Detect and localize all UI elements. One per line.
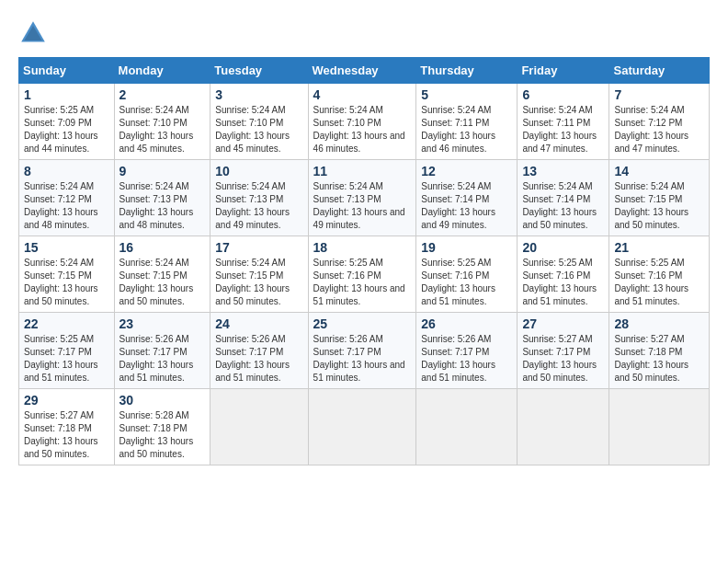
day-cell: 9 Sunrise: 5:24 AM Sunset: 7:13 PM Dayli… — [114, 160, 210, 236]
day-info: Sunrise: 5:27 AM Sunset: 7:17 PM Dayligh… — [522, 333, 604, 385]
day-cell: 16 Sunrise: 5:24 AM Sunset: 7:15 PM Dayl… — [114, 236, 210, 313]
day-number: 21 — [614, 240, 704, 255]
day-cell: 30 Sunrise: 5:28 AM Sunset: 7:18 PM Dayl… — [114, 389, 210, 465]
calendar-table: SundayMondayTuesdayWednesdayThursdayFrid… — [18, 57, 710, 465]
day-cell: 26 Sunrise: 5:26 AM Sunset: 7:17 PM Dayl… — [416, 313, 518, 389]
week-row-5: 29 Sunrise: 5:27 AM Sunset: 7:18 PM Dayl… — [19, 389, 710, 465]
day-cell: 7 Sunrise: 5:24 AM Sunset: 7:12 PM Dayli… — [609, 84, 710, 160]
day-info: Sunrise: 5:24 AM Sunset: 7:14 PM Dayligh… — [522, 180, 604, 232]
day-number: 30 — [119, 393, 206, 408]
day-info: Sunrise: 5:27 AM Sunset: 7:18 PM Dayligh… — [24, 409, 109, 461]
day-cell: 17 Sunrise: 5:24 AM Sunset: 7:15 PM Dayl… — [210, 236, 308, 313]
page-header — [18, 18, 710, 48]
day-cell — [518, 389, 609, 465]
header-row: SundayMondayTuesdayWednesdayThursdayFrid… — [19, 58, 710, 84]
day-cell: 15 Sunrise: 5:24 AM Sunset: 7:15 PM Dayl… — [19, 236, 115, 313]
day-number: 29 — [24, 393, 109, 408]
day-info: Sunrise: 5:27 AM Sunset: 7:18 PM Dayligh… — [614, 333, 704, 385]
day-info: Sunrise: 5:24 AM Sunset: 7:13 PM Dayligh… — [313, 180, 412, 232]
day-number: 10 — [215, 164, 302, 178]
week-row-1: 1 Sunrise: 5:25 AM Sunset: 7:09 PM Dayli… — [19, 84, 710, 160]
day-number: 19 — [421, 240, 512, 255]
day-cell: 12 Sunrise: 5:24 AM Sunset: 7:14 PM Dayl… — [416, 160, 518, 236]
day-info: Sunrise: 5:24 AM Sunset: 7:10 PM Dayligh… — [313, 104, 412, 155]
day-number: 11 — [313, 164, 412, 178]
day-number: 2 — [119, 87, 206, 102]
day-number: 15 — [24, 240, 109, 255]
day-number: 7 — [614, 87, 704, 102]
day-number: 20 — [522, 240, 604, 255]
day-number: 13 — [522, 164, 604, 178]
day-cell: 28 Sunrise: 5:27 AM Sunset: 7:18 PM Dayl… — [609, 313, 710, 389]
day-number: 12 — [421, 164, 512, 178]
day-info: Sunrise: 5:25 AM Sunset: 7:16 PM Dayligh… — [421, 257, 512, 308]
day-info: Sunrise: 5:25 AM Sunset: 7:16 PM Dayligh… — [313, 257, 412, 308]
day-cell: 13 Sunrise: 5:24 AM Sunset: 7:14 PM Dayl… — [518, 160, 609, 236]
day-info: Sunrise: 5:26 AM Sunset: 7:17 PM Dayligh… — [119, 333, 206, 385]
day-number: 9 — [119, 164, 206, 178]
day-number: 8 — [24, 164, 109, 178]
day-info: Sunrise: 5:24 AM Sunset: 7:12 PM Dayligh… — [24, 180, 109, 232]
week-row-2: 8 Sunrise: 5:24 AM Sunset: 7:12 PM Dayli… — [19, 160, 710, 236]
day-cell: 22 Sunrise: 5:25 AM Sunset: 7:17 PM Dayl… — [19, 313, 115, 389]
day-cell: 4 Sunrise: 5:24 AM Sunset: 7:10 PM Dayli… — [308, 84, 416, 160]
week-row-4: 22 Sunrise: 5:25 AM Sunset: 7:17 PM Dayl… — [19, 313, 710, 389]
day-number: 24 — [215, 316, 302, 331]
day-cell: 19 Sunrise: 5:25 AM Sunset: 7:16 PM Dayl… — [416, 236, 518, 313]
day-info: Sunrise: 5:24 AM Sunset: 7:13 PM Dayligh… — [215, 180, 302, 232]
day-cell: 18 Sunrise: 5:25 AM Sunset: 7:16 PM Dayl… — [308, 236, 416, 313]
day-info: Sunrise: 5:24 AM Sunset: 7:10 PM Dayligh… — [215, 104, 302, 155]
logo-icon — [18, 18, 48, 48]
day-cell: 2 Sunrise: 5:24 AM Sunset: 7:10 PM Dayli… — [114, 84, 210, 160]
day-info: Sunrise: 5:24 AM Sunset: 7:15 PM Dayligh… — [215, 257, 302, 308]
day-cell: 20 Sunrise: 5:25 AM Sunset: 7:16 PM Dayl… — [518, 236, 609, 313]
day-info: Sunrise: 5:24 AM Sunset: 7:15 PM Dayligh… — [119, 257, 206, 308]
day-number: 16 — [119, 240, 206, 255]
day-cell — [609, 389, 710, 465]
day-info: Sunrise: 5:26 AM Sunset: 7:17 PM Dayligh… — [215, 333, 302, 385]
day-number: 22 — [24, 316, 109, 331]
day-info: Sunrise: 5:24 AM Sunset: 7:10 PM Dayligh… — [119, 104, 206, 155]
day-cell — [416, 389, 518, 465]
day-cell — [308, 389, 416, 465]
day-cell: 27 Sunrise: 5:27 AM Sunset: 7:17 PM Dayl… — [518, 313, 609, 389]
day-info: Sunrise: 5:24 AM Sunset: 7:11 PM Dayligh… — [421, 104, 512, 155]
week-row-3: 15 Sunrise: 5:24 AM Sunset: 7:15 PM Dayl… — [19, 236, 710, 313]
day-info: Sunrise: 5:24 AM Sunset: 7:15 PM Dayligh… — [614, 180, 704, 232]
day-cell: 11 Sunrise: 5:24 AM Sunset: 7:13 PM Dayl… — [308, 160, 416, 236]
day-cell: 14 Sunrise: 5:24 AM Sunset: 7:15 PM Dayl… — [609, 160, 710, 236]
day-cell: 3 Sunrise: 5:24 AM Sunset: 7:10 PM Dayli… — [210, 84, 308, 160]
day-cell — [210, 389, 308, 465]
col-header-saturday: Saturday — [609, 58, 710, 84]
day-info: Sunrise: 5:24 AM Sunset: 7:11 PM Dayligh… — [522, 104, 604, 155]
day-number: 28 — [614, 316, 704, 331]
day-number: 25 — [313, 316, 412, 331]
day-cell: 5 Sunrise: 5:24 AM Sunset: 7:11 PM Dayli… — [416, 84, 518, 160]
day-info: Sunrise: 5:24 AM Sunset: 7:15 PM Dayligh… — [24, 257, 109, 308]
day-info: Sunrise: 5:24 AM Sunset: 7:12 PM Dayligh… — [614, 104, 704, 155]
day-number: 18 — [313, 240, 412, 255]
day-number: 23 — [119, 316, 206, 331]
col-header-wednesday: Wednesday — [308, 58, 416, 84]
day-info: Sunrise: 5:25 AM Sunset: 7:17 PM Dayligh… — [24, 333, 109, 385]
day-number: 5 — [421, 87, 512, 102]
col-header-friday: Friday — [518, 58, 609, 84]
day-cell: 8 Sunrise: 5:24 AM Sunset: 7:12 PM Dayli… — [19, 160, 115, 236]
day-number: 3 — [215, 87, 302, 102]
day-number: 26 — [421, 316, 512, 331]
logo — [18, 18, 51, 48]
day-number: 17 — [215, 240, 302, 255]
day-info: Sunrise: 5:25 AM Sunset: 7:16 PM Dayligh… — [522, 257, 604, 308]
day-cell: 25 Sunrise: 5:26 AM Sunset: 7:17 PM Dayl… — [308, 313, 416, 389]
day-number: 6 — [522, 87, 604, 102]
day-number: 27 — [522, 316, 604, 331]
day-info: Sunrise: 5:24 AM Sunset: 7:13 PM Dayligh… — [119, 180, 206, 232]
day-cell: 29 Sunrise: 5:27 AM Sunset: 7:18 PM Dayl… — [19, 389, 115, 465]
day-info: Sunrise: 5:24 AM Sunset: 7:14 PM Dayligh… — [421, 180, 512, 232]
day-info: Sunrise: 5:28 AM Sunset: 7:18 PM Dayligh… — [119, 409, 206, 461]
col-header-sunday: Sunday — [19, 58, 115, 84]
day-number: 14 — [614, 164, 704, 178]
day-number: 1 — [24, 87, 109, 102]
day-info: Sunrise: 5:25 AM Sunset: 7:16 PM Dayligh… — [614, 257, 704, 308]
day-cell: 24 Sunrise: 5:26 AM Sunset: 7:17 PM Dayl… — [210, 313, 308, 389]
